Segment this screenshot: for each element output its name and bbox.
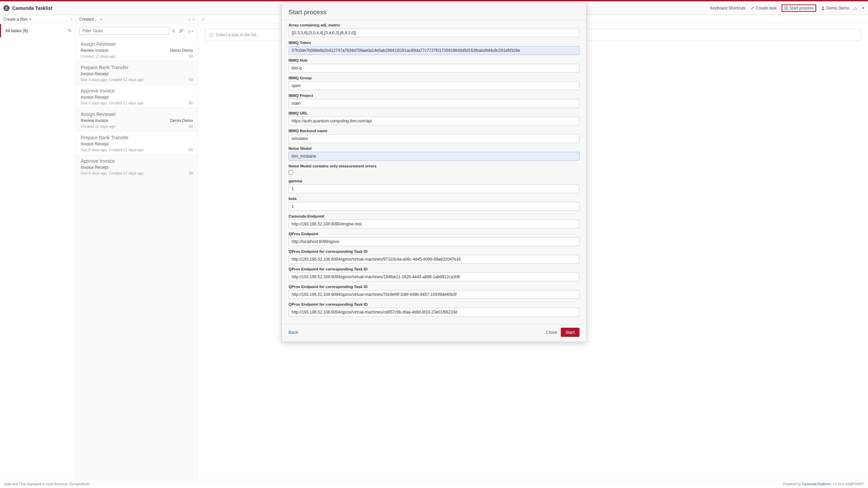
sort-by-created[interactable]: Created ⌄: [79, 17, 97, 22]
form-label: Noise Model: [289, 146, 579, 150]
create-filter-link[interactable]: Create a filter +: [3, 17, 31, 22]
home-icon[interactable]: ⌂: [854, 5, 857, 11]
info-icon: i: [209, 33, 214, 37]
form-input[interactable]: [289, 28, 579, 37]
form-group: IBMQ URL: [289, 111, 579, 125]
edit-filter-icon[interactable]: ✎: [68, 28, 72, 33]
form-input[interactable]: [289, 220, 579, 228]
user-name: Demo Demo: [826, 6, 849, 11]
svg-rect-3: [786, 8, 788, 10]
task-priority: 50: [189, 54, 193, 58]
task-priority: 50: [189, 124, 193, 128]
form-label: IBMQ Token: [289, 41, 579, 45]
back-button[interactable]: Back: [289, 330, 298, 335]
form-group: IBMQ Token: [289, 41, 579, 55]
task-priority: 50: [189, 101, 193, 105]
task-assignee: Demo Demo: [170, 48, 193, 53]
task-title: Prepare Bank Transfer: [81, 65, 193, 70]
pencil-icon: [750, 6, 754, 10]
task-process: Review Invoice: [81, 48, 108, 53]
form-input[interactable]: [289, 308, 579, 317]
svg-rect-2: [784, 8, 786, 10]
task-card[interactable]: Prepare Bank TransferInvoice ReceiptDue …: [76, 131, 198, 155]
task-process: Invoice Receipt: [81, 72, 108, 76]
form-checkbox[interactable]: [289, 170, 293, 175]
task-priority: 50: [189, 171, 193, 175]
expand-detail-icon[interactable]: ⤢: [201, 17, 205, 22]
start-button[interactable]: Start: [561, 328, 579, 337]
app-switcher-caret-icon[interactable]: ▼: [862, 6, 865, 10]
svg-rect-0: [784, 6, 786, 8]
form-group: IBMQ Hub: [289, 58, 579, 73]
filter-item-label: All tasks (6): [5, 28, 28, 33]
form-label: Array containing adj_matrix: [289, 23, 579, 27]
task-meta: Due 5 days ago, Created 12 days ago: [81, 148, 143, 152]
filter-item-all-tasks[interactable]: All tasks (6) ✎: [0, 24, 76, 37]
form-input[interactable]: [289, 46, 579, 55]
task-list: Assign ReviewerReview InvoiceDemo DemoCr…: [76, 38, 198, 480]
form-input[interactable]: [289, 202, 579, 211]
tasklist-collapse-left-icon[interactable]: ‹: [189, 17, 190, 22]
keyboard-shortcuts-link[interactable]: Keyboard Shortcuts: [710, 6, 746, 11]
task-meta: Created 12 days ago: [81, 124, 115, 128]
task-card[interactable]: Approve InvoiceInvoice ReceiptDue 5 days…: [76, 155, 198, 178]
form-label: Noise Model contains only measurement er…: [289, 164, 579, 168]
form-input[interactable]: [289, 117, 579, 125]
create-task-label: Create task: [756, 6, 776, 11]
play-grid-icon: [784, 6, 788, 10]
form-input[interactable]: [289, 290, 579, 299]
form-group: Noise Model: [289, 146, 579, 161]
form-group: Array containing adj_matrix: [289, 23, 579, 37]
form-group: QProv Endpoint for corresponding Task ID: [289, 302, 579, 317]
plus-icon: +: [29, 17, 31, 22]
form-input[interactable]: [289, 152, 579, 161]
form-label: QProv Endpoint for corresponding Task ID: [289, 302, 579, 306]
form-label: IBMQ Hub: [289, 58, 579, 62]
task-priority: 50: [189, 78, 193, 82]
task-card[interactable]: Prepare Bank TransferInvoice ReceiptDue …: [76, 61, 198, 85]
form-input[interactable]: [289, 81, 579, 90]
camunda-logo-icon: C: [3, 5, 9, 11]
tasklist-collapse-right-icon[interactable]: ›: [193, 17, 194, 22]
close-button[interactable]: Close: [546, 330, 557, 335]
task-card[interactable]: Approve InvoiceInvoice ReceiptDue 5 days…: [76, 85, 198, 108]
form-input[interactable]: [289, 184, 579, 193]
svg-rect-1: [786, 6, 788, 8]
form-input[interactable]: [289, 134, 579, 143]
form-input[interactable]: [289, 237, 579, 246]
filter-tasks-input[interactable]: [79, 27, 170, 35]
user-menu[interactable]: Demo Demo: [821, 6, 849, 11]
collapse-filters-icon[interactable]: ‹: [71, 17, 72, 22]
modal-title: Start process: [282, 3, 586, 20]
create-task-link[interactable]: Create task: [750, 6, 776, 11]
form-input[interactable]: [289, 272, 579, 281]
form-input[interactable]: [289, 255, 579, 264]
export-icon[interactable]: ⭳▾: [186, 29, 194, 33]
form-label: QProv Endpoint for corresponding Task ID: [289, 267, 579, 271]
task-card[interactable]: Assign ReviewerReview InvoiceDemo DemoCr…: [76, 108, 198, 131]
tasklist-panel: Created ⌄ + ‹ › 6 🔗 ⭳▾ Assign ReviewerRe…: [76, 15, 198, 480]
form-label: Camunda Endpoint: [289, 214, 579, 218]
form-input[interactable]: [289, 64, 579, 73]
task-process: Invoice Receipt: [81, 165, 108, 170]
task-card[interactable]: Assign ReviewerReview InvoiceDemo DemoCr…: [76, 38, 198, 61]
form-label: beta: [289, 197, 579, 201]
start-process-label: Start process: [790, 6, 814, 11]
form-label: gamma: [289, 179, 579, 183]
form-group: IBMQ Group: [289, 76, 579, 90]
form-group: gamma: [289, 179, 579, 193]
add-sort-icon[interactable]: +: [99, 17, 103, 21]
user-icon: [821, 6, 825, 10]
svg-point-4: [822, 6, 824, 8]
form-group: IBMQ Project: [289, 94, 579, 108]
task-assignee: Demo Demo: [170, 118, 193, 123]
form-input[interactable]: [289, 99, 579, 108]
sort-label: Created: [79, 17, 94, 22]
task-title: Approve Invoice: [81, 88, 193, 94]
form-label: IBMQ Group: [289, 76, 579, 80]
start-process-button[interactable]: Start process: [782, 4, 816, 12]
form-group: Camunda Endpoint: [289, 214, 579, 228]
link-icon[interactable]: 🔗: [178, 29, 184, 33]
detail-placeholder-text: Select a task in the list.: [216, 33, 257, 37]
task-meta: Created 12 days ago: [81, 54, 115, 58]
